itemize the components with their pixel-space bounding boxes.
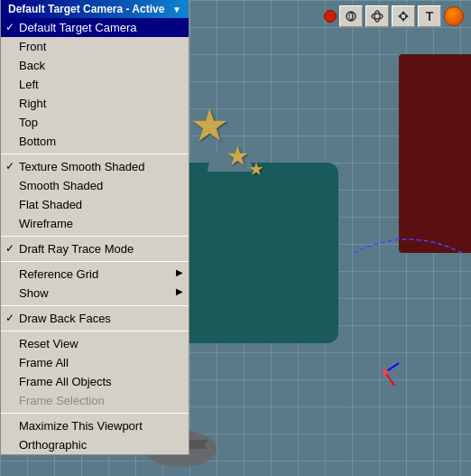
menu-item-smooth-shaded[interactable]: Smooth Shaded <box>1 176 189 195</box>
svg-point-11 <box>346 12 356 21</box>
star-large: ★ <box>189 99 230 152</box>
menu-title-label: Default Target Camera - Active <box>8 3 164 15</box>
menu-item-wireframe[interactable]: Wireframe <box>1 214 189 233</box>
menu-item-back[interactable]: Back <box>1 56 189 75</box>
menu-item-draw-back-faces[interactable]: Draw Back Faces <box>1 309 189 328</box>
pan-button[interactable] <box>392 5 415 27</box>
menu-item-flat-shaded[interactable]: Flat Shaded <box>1 195 189 214</box>
menu-item-orthographic[interactable]: Orthographic <box>1 435 189 454</box>
menu-item-reset-view[interactable]: Reset View <box>1 334 189 353</box>
separator-5 <box>1 331 189 331</box>
menu-item-front[interactable]: Front <box>1 37 189 56</box>
svg-marker-17 <box>405 14 409 19</box>
menu-item-top[interactable]: Top <box>1 113 189 132</box>
dark-red-object <box>399 54 471 253</box>
svg-rect-5 <box>205 443 212 447</box>
dashed-curve <box>354 226 462 280</box>
separator-3 <box>1 261 189 262</box>
menu-item-left[interactable]: Left <box>1 75 189 94</box>
menu-item-maximize-viewport[interactable]: Maximize This Viewport <box>1 416 189 435</box>
orbit-button[interactable] <box>365 5 389 27</box>
menu-title-arrow: ▼ <box>172 5 181 14</box>
svg-point-13 <box>374 11 380 22</box>
menu-item-frame-all-objects[interactable]: Frame All Objects <box>1 372 189 391</box>
menu-item-draft-ray[interactable]: Draft Ray Trace Mode <box>1 239 189 258</box>
text-button[interactable]: T <box>418 5 441 27</box>
separator-4 <box>1 305 189 306</box>
star-medium: ★ <box>226 140 250 172</box>
orange-light-button[interactable] <box>444 6 464 26</box>
menu-item-frame-selection: Frame Selection <box>1 391 189 410</box>
separator-6 <box>1 413 189 414</box>
separator-1 <box>1 154 189 154</box>
svg-rect-7 <box>189 431 194 438</box>
viewport-menu: Default Target Camera - Active ▼ Default… <box>0 0 189 455</box>
menu-item-texture-smooth[interactable]: Texture Smooth Shaded <box>1 157 189 176</box>
menu-item-right[interactable]: Right <box>1 94 189 113</box>
menu-titlebar[interactable]: Default Target Camera - Active ▼ <box>1 0 189 18</box>
toolbar: T <box>324 5 464 27</box>
menu-item-frame-all[interactable]: Frame All <box>1 353 189 372</box>
rotate-view-button[interactable] <box>339 5 363 27</box>
svg-point-10 <box>383 369 388 375</box>
menu-item-default-camera[interactable]: Default Target Camera <box>1 18 189 37</box>
svg-point-12 <box>372 14 383 19</box>
separator-2 <box>1 236 189 237</box>
menu-item-bottom[interactable]: Bottom <box>1 132 189 151</box>
red-dot-button[interactable] <box>324 10 337 23</box>
svg-marker-16 <box>398 14 402 19</box>
axis-indicator <box>367 354 403 390</box>
star-small: ★ <box>248 158 264 180</box>
menu-item-show[interactable]: Show <box>1 284 189 303</box>
menu-item-reference-grid[interactable]: Reference Grid <box>1 265 189 284</box>
